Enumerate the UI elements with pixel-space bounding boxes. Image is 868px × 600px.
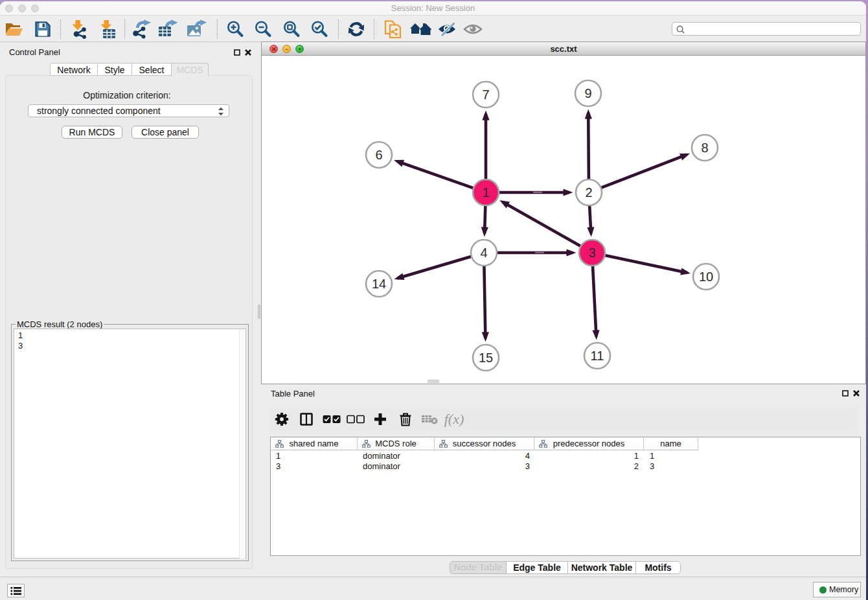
svg-text:4: 4	[480, 246, 487, 260]
svg-text:8: 8	[701, 141, 708, 155]
svg-text:14: 14	[372, 277, 386, 291]
svg-text:2: 2	[585, 185, 592, 200]
svg-text:11: 11	[591, 349, 604, 363]
svg-text:15: 15	[479, 351, 493, 365]
svg-text:9: 9	[584, 86, 591, 100]
svg-text:10: 10	[699, 270, 713, 284]
svg-text:3: 3	[588, 246, 595, 260]
svg-text:6: 6	[375, 148, 382, 162]
svg-text:1: 1	[482, 185, 489, 200]
svg-text:7: 7	[482, 87, 489, 102]
